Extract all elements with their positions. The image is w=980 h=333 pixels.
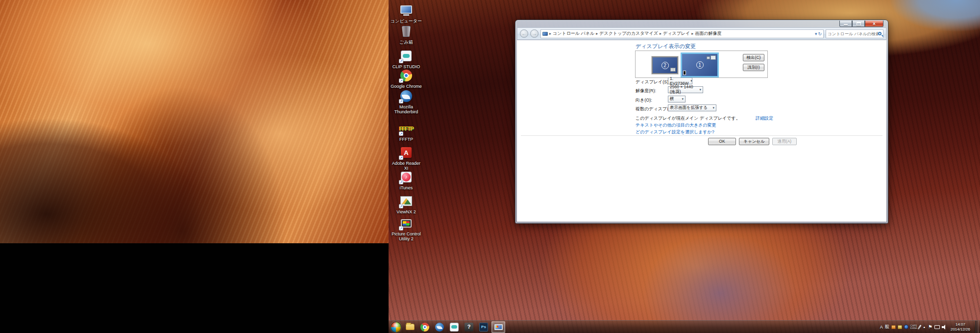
taskbar-photoshop-button[interactable]: Ps [477,321,490,333]
picture-control-utility-icon: ↗ [398,216,414,231]
refresh-icon[interactable]: ↻ [818,31,822,36]
monitor-1-thumbnail[interactable]: 1 [681,52,719,77]
clock-date: 2014/12/26 [951,327,970,332]
chevron-down-icon: ▾ [680,97,684,101]
chevron-down-icon: ▾ [710,106,714,110]
detect-button[interactable]: 検出(C) [743,54,764,61]
taskbar-chrome-button[interactable] [418,321,432,333]
orientation-select[interactable]: 横 ▾ [668,96,686,102]
back-button[interactable]: ← [520,29,528,38]
ime-pad-icon[interactable] [918,325,922,330]
action-center-flag-icon[interactable]: ⚑ [928,324,932,330]
ime-help-icon[interactable] [904,325,908,329]
address-dropdown-icon[interactable]: ▾ [815,31,817,36]
breadcrumb-separator: ▸ [596,31,598,36]
search-icon [878,32,882,35]
desktop-icon-google-chrome[interactable]: ↗ Google Chrome [390,68,422,89]
desktop-icon-viewnx[interactable]: ↗ ViewNX 2 [390,194,422,214]
close-icon: × [873,21,876,26]
cancel-button[interactable]: キャンセル [739,138,769,145]
desktop-icon-clip-studio[interactable]: ↗ CLIP STUDIO [390,49,422,69]
desktop-icon-adobe-reader[interactable]: A↗ Adobe Reader XI [390,145,422,171]
desktop-icon-thunderbird[interactable]: ↗ Mozilla Thunderbird [390,89,422,114]
desktop-icon-itunes[interactable]: ♪↗ iTunes [390,170,422,190]
shortcut-arrow-icon: ↗ [399,59,403,63]
volume-icon[interactable] [942,325,947,330]
network-display-icon[interactable] [934,325,940,329]
breadcrumb-separator: ▸ [549,31,551,36]
clock-time: 14:07 [956,322,965,327]
ime-toolbox-icon[interactable] [891,325,896,329]
monitor-1-number: 1 [696,61,704,69]
breadcrumb-screen-resolution[interactable]: 画面の解像度 [695,30,721,37]
text-size-link[interactable]: テキストやその他の項目の大きさの変更 [636,122,716,128]
caption-buttons: × [839,21,883,27]
start-button[interactable] [391,322,401,333]
minimize-button[interactable] [839,21,852,27]
apply-button[interactable]: 適用(A) [772,138,797,145]
monitor-1-window-thumb-icon [710,55,716,60]
ime-dictionary-icon[interactable] [898,325,902,329]
desktop-icon-label: ごみ箱 [399,40,413,45]
viewnx-icon: ↗ [398,194,414,208]
back-icon: ← [522,31,527,36]
ffftp-icon: FFFTP↗ [398,121,414,136]
chrome-icon [420,323,429,332]
taskbar: ? Ps A 般 CAPS KANA ▴ ⚑ 14:07 2014/12/26 [389,320,980,333]
desktop-icon-computer[interactable]: コンピューター [390,3,422,24]
search-box[interactable] [826,29,883,38]
desktop-icon-recycle-bin[interactable]: ごみ箱 [390,24,422,45]
desktop-icon-column: コンピューター ごみ箱 ↗ CLIP STUDIO ↗ Google Chrom… [390,0,422,294]
shortcut-arrow-icon: ↗ [399,226,403,231]
taskbar-thunderbird-button[interactable] [433,321,446,333]
thunderbird-icon [435,323,444,332]
taskbar-clip-studio-button[interactable] [447,321,461,333]
which-display-settings-link[interactable]: どのディスプレイ設定を選択しますか? [636,129,714,135]
taskbar-explorer-button[interactable] [403,321,417,333]
advanced-settings-link[interactable]: 詳細設定 [756,115,773,122]
search-input[interactable] [828,31,878,36]
display-select[interactable]: 1. EV2736W ▾ [668,77,692,84]
ime-conversion-mode[interactable]: 般 [885,324,889,330]
identify-button[interactable]: 識別(I) [743,64,764,71]
shortcut-arrow-icon: ↗ [399,99,403,103]
shortcut-arrow-icon: ↗ [399,180,403,184]
recycle-bin-icon [398,24,414,39]
unused-screen-area [0,243,389,333]
monitor-arrangement-panel: 2 1 検出(C) 識別(I) [635,51,768,78]
address-bar[interactable]: ▸ コントロール パネル ▸ デスクトップのカスタマイズ ▸ ディスプレイ ▸ … [540,29,824,38]
forward-button[interactable]: → [530,29,539,38]
desktop-icon-label: Picture Control Utility 2 [390,231,422,241]
explorer-icon [406,324,415,330]
desktop-icon-picture-control-utility[interactable]: ↗ Picture Control Utility 2 [390,216,422,241]
breadcrumb-control-panel[interactable]: コントロール パネル [553,30,594,37]
main-display-note: このディスプレイが現在メイン ディスプレイです。 [636,115,740,122]
breadcrumb-appearance[interactable]: デスクトップのカスタマイズ [599,30,658,37]
taskbar-clip-paint-button[interactable]: ? [462,321,476,333]
multiple-displays-select[interactable]: 表示画面を拡張する ▾ [668,104,716,111]
taskbar-clock[interactable]: 14:07 2014/12/26 [949,322,972,332]
maximize-button[interactable] [852,21,865,27]
itunes-icon: ♪↗ [398,170,414,184]
desktop-icon-label: Mozilla Thunderbird [390,104,422,114]
monitor-2-thumbnail[interactable]: 2 [652,56,678,74]
taskbar-screen-resolution-button[interactable] [491,321,505,333]
ime-input-mode[interactable]: A [880,325,883,330]
desktop-icon-label: Google Chrome [391,84,422,89]
desktop-icon-ffftp[interactable]: FFFTP↗ FFFTP [390,121,422,142]
chevron-down-icon: ▾ [697,88,701,92]
caps-kana-indicator: CAPS KANA [910,325,917,330]
orientation-field-label: 向き(O): [636,97,652,103]
minimize-icon [844,24,848,25]
breadcrumb-display[interactable]: ディスプレイ [663,30,690,37]
hidden-icons-button[interactable]: ▴ [922,325,926,329]
forward-icon: → [532,31,537,36]
breadcrumb-separator: ▸ [691,31,693,36]
clip-studio-icon [450,323,459,332]
close-button[interactable]: × [865,21,883,27]
show-desktop-button[interactable] [975,321,979,333]
ok-button[interactable]: OK [708,138,736,145]
resolution-select[interactable]: 2560 × 1440 (推奨) ▾ [668,86,703,93]
photoshop-icon: Ps [479,323,488,332]
system-tray: A 般 CAPS KANA ▴ ⚑ 14:07 2014/12/26 [880,321,980,333]
